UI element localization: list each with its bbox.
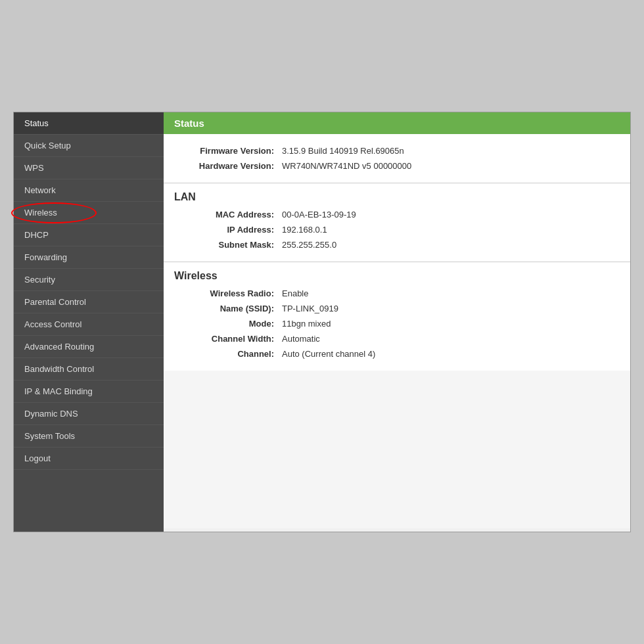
sidebar-item-wireless[interactable]: Wireless	[14, 202, 164, 224]
wireless-ssid-value: TP-LINK_0919	[282, 304, 338, 313]
sidebar-item-logout[interactable]: Logout	[14, 448, 164, 470]
wireless-title: Wireless	[164, 262, 630, 286]
sidebar-item-forwarding[interactable]: Forwarding	[14, 246, 164, 269]
router-ui: StatusQuick SetupWPSNetworkWirelessDHCPF…	[13, 112, 631, 532]
page-wrapper: Firmware Version: 3.15.9 Build 140919 Re…	[164, 134, 630, 528]
firmware-label: Firmware Version:	[164, 146, 282, 156]
sidebar-item-network[interactable]: Network	[14, 179, 164, 202]
wireless-mode-rest: bgn mixed	[291, 319, 331, 329]
main-content: Status Firmware Version: 3.15.9 Build 14…	[164, 112, 630, 532]
wireless-ssid-row: Name (SSID): TP-LINK_0919	[164, 301, 630, 316]
sidebar-item-quick-setup[interactable]: Quick Setup	[14, 135, 164, 157]
sidebar-item-dhcp[interactable]: DHCP	[14, 224, 164, 246]
wireless-mode-label: Mode:	[164, 319, 282, 329]
lan-title: LAN	[164, 183, 630, 207]
lan-mask-row: Subnet Mask: 255.255.255.0	[164, 237, 630, 252]
sidebar-item-system-tools[interactable]: System Tools	[14, 425, 164, 448]
wireless-mode-value: 11bgn mixed	[282, 319, 331, 329]
firmware-row: Firmware Version: 3.15.9 Build 140919 Re…	[164, 143, 630, 158]
wireless-channel-label: Channel:	[164, 349, 282, 359]
sidebar-item-parental-control[interactable]: Parental Control	[14, 291, 164, 313]
lan-mac-row: MAC Address: 00-0A-EB-13-09-19	[164, 207, 630, 222]
wireless-radio-row: Wireless Radio: Enable	[164, 286, 630, 301]
sidebar-item-dynamic-dns[interactable]: Dynamic DNS	[14, 403, 164, 425]
lan-mac-value: 00-0A-EB-13-09-19	[282, 210, 356, 219]
sidebar-item-access-control[interactable]: Access Control	[14, 313, 164, 336]
lan-mask-label: Subnet Mask:	[164, 240, 282, 250]
wireless-width-row: Channel Width: Automatic	[164, 331, 630, 346]
wireless-radio-value: Enable	[282, 288, 308, 298]
wireless-ssid-label: Name (SSID):	[164, 304, 282, 313]
page-header: Status	[164, 112, 630, 134]
sidebar-item-status[interactable]: Status	[14, 112, 164, 135]
sidebar-item-security[interactable]: Security	[14, 269, 164, 291]
wireless-mode-green: 11	[282, 319, 291, 329]
wireless-width-value: Automatic	[282, 334, 320, 344]
wireless-highlight-circle	[11, 202, 97, 223]
wireless-channel-value: Auto (Current channel 4)	[282, 349, 375, 359]
wireless-radio-label: Wireless Radio:	[164, 288, 282, 298]
lan-ip-value: 192.168.0.1	[282, 225, 327, 235]
sidebar-item-ip-mac-binding[interactable]: IP & MAC Binding	[14, 380, 164, 403]
lan-mask-value: 255.255.255.0	[282, 240, 336, 250]
lan-ip-row: IP Address: 192.168.0.1	[164, 222, 630, 237]
outer-container: StatusQuick SetupWPSNetworkWirelessDHCPF…	[0, 0, 644, 644]
sidebar-item-advanced-routing[interactable]: Advanced Routing	[14, 336, 164, 358]
hardware-row: Hardware Version: WR740N/WR741ND v5 0000…	[164, 158, 630, 173]
lan-mac-label: MAC Address:	[164, 210, 282, 219]
hardware-value: WR740N/WR741ND v5 00000000	[282, 161, 411, 171]
lan-ip-label: IP Address:	[164, 225, 282, 235]
wireless-mode-row: Mode: 11bgn mixed	[164, 316, 630, 331]
sidebar: StatusQuick SetupWPSNetworkWirelessDHCPF…	[14, 112, 164, 532]
sidebar-item-bandwidth-control[interactable]: Bandwidth Control	[14, 358, 164, 380]
wireless-width-label: Channel Width:	[164, 334, 282, 344]
sidebar-item-wps[interactable]: WPS	[14, 157, 164, 179]
firmware-value: 3.15.9 Build 140919 Rel.69065n	[282, 146, 404, 156]
wireless-channel-row: Channel: Auto (Current channel 4)	[164, 346, 630, 361]
hardware-label: Hardware Version:	[164, 161, 282, 171]
